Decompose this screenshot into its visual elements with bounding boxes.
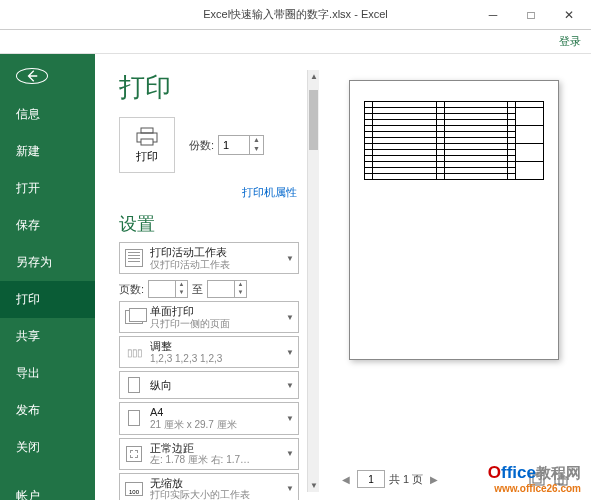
- sidebar-item-print[interactable]: 打印: [0, 281, 95, 318]
- next-page-button[interactable]: ▶: [427, 474, 441, 485]
- printer-icon: [134, 127, 160, 147]
- chevron-down-icon: ▼: [286, 348, 294, 357]
- maximize-button[interactable]: □: [513, 3, 549, 27]
- chevron-down-icon: ▼: [286, 313, 294, 322]
- setting-orientation[interactable]: 纵向 ▼: [119, 371, 299, 399]
- setting-margins[interactable]: 正常边距 左: 1.78 厘米 右: 1.7… ▼: [119, 438, 299, 470]
- copies-up[interactable]: ▲: [250, 136, 263, 145]
- backstage-sidebar: 信息 新建 打开 保存 另存为 打印 共享 导出 发布 关闭 帐户 选项: [0, 54, 95, 500]
- page-number-input[interactable]: [357, 470, 385, 488]
- print-button-label: 打印: [136, 149, 158, 164]
- page-total-label: 共 1 页: [389, 472, 423, 487]
- sidebar-item-close[interactable]: 关闭: [0, 429, 95, 466]
- login-link[interactable]: 登录: [0, 30, 591, 54]
- pages-to-label: 至: [192, 282, 203, 297]
- prev-page-button[interactable]: ◀: [339, 474, 353, 485]
- copies-down[interactable]: ▼: [250, 145, 263, 154]
- scroll-up-icon[interactable]: ▲: [310, 72, 318, 81]
- worksheet-icon: [125, 249, 143, 267]
- settings-title: 设置: [119, 212, 299, 236]
- pages-from[interactable]: ▲▼: [148, 280, 188, 298]
- scroll-down-icon[interactable]: ▼: [310, 481, 318, 490]
- chevron-down-icon: ▼: [286, 484, 294, 493]
- close-button[interactable]: ✕: [551, 3, 587, 27]
- chevron-down-icon: ▼: [286, 414, 294, 423]
- svg-rect-1: [141, 128, 153, 133]
- pages-to[interactable]: ▲▼: [207, 280, 247, 298]
- setting-scale[interactable]: 100 无缩放 打印实际大小的工作表 ▼: [119, 473, 299, 500]
- scale-icon: 100: [125, 482, 143, 496]
- watermark-logo: Office教程网 www.office26.com: [488, 464, 581, 494]
- sidebar-item-info[interactable]: 信息: [0, 96, 95, 133]
- chevron-down-icon: ▼: [286, 381, 294, 390]
- sidebar-item-open[interactable]: 打开: [0, 170, 95, 207]
- page-icon: [125, 310, 143, 324]
- sidebar-item-account[interactable]: 帐户: [0, 478, 95, 500]
- arrow-left-icon: [25, 69, 39, 83]
- chevron-down-icon: ▼: [286, 254, 294, 263]
- printer-properties-link[interactable]: 打印机属性: [119, 185, 297, 200]
- sidebar-item-save[interactable]: 保存: [0, 207, 95, 244]
- setting-paper[interactable]: A4 21 厘米 x 29.7 厘米 ▼: [119, 402, 299, 434]
- page-title: 打印: [119, 70, 299, 105]
- scrollbar-thumb[interactable]: [309, 90, 318, 150]
- setting-oneside[interactable]: 单面打印 只打印一侧的页面 ▼: [119, 301, 299, 333]
- copies-input[interactable]: [219, 139, 249, 151]
- minimize-button[interactable]: ─: [475, 3, 511, 27]
- sidebar-item-saveas[interactable]: 另存为: [0, 244, 95, 281]
- chevron-down-icon: ▼: [286, 449, 294, 458]
- sidebar-item-publish[interactable]: 发布: [0, 392, 95, 429]
- sidebar-item-export[interactable]: 导出: [0, 355, 95, 392]
- sidebar-item-new[interactable]: 新建: [0, 133, 95, 170]
- settings-scrollbar[interactable]: ▲ ▼: [307, 70, 319, 492]
- back-button[interactable]: [16, 68, 48, 84]
- setting-collate[interactable]: ▯▯▯ 调整 1,2,3 1,2,3 1,2,3 ▼: [119, 336, 299, 368]
- print-button[interactable]: 打印: [119, 117, 175, 173]
- sidebar-item-share[interactable]: 共享: [0, 318, 95, 355]
- copies-label: 份数:: [189, 138, 214, 153]
- preview-table: [364, 101, 544, 180]
- paper-icon: [128, 410, 140, 426]
- print-preview-page: [349, 80, 559, 360]
- portrait-icon: [128, 377, 140, 393]
- svg-rect-2: [141, 139, 153, 145]
- margins-icon: [126, 446, 142, 462]
- setting-print-what[interactable]: 打印活动工作表 仅打印活动工作表 ▼: [119, 242, 299, 274]
- copies-spinner[interactable]: ▲▼: [218, 135, 264, 155]
- pages-label: 页数:: [119, 282, 144, 297]
- window-title: Excel快速输入带圈的数字.xlsx - Excel: [203, 7, 388, 22]
- collate-icon: ▯▯▯: [127, 347, 142, 358]
